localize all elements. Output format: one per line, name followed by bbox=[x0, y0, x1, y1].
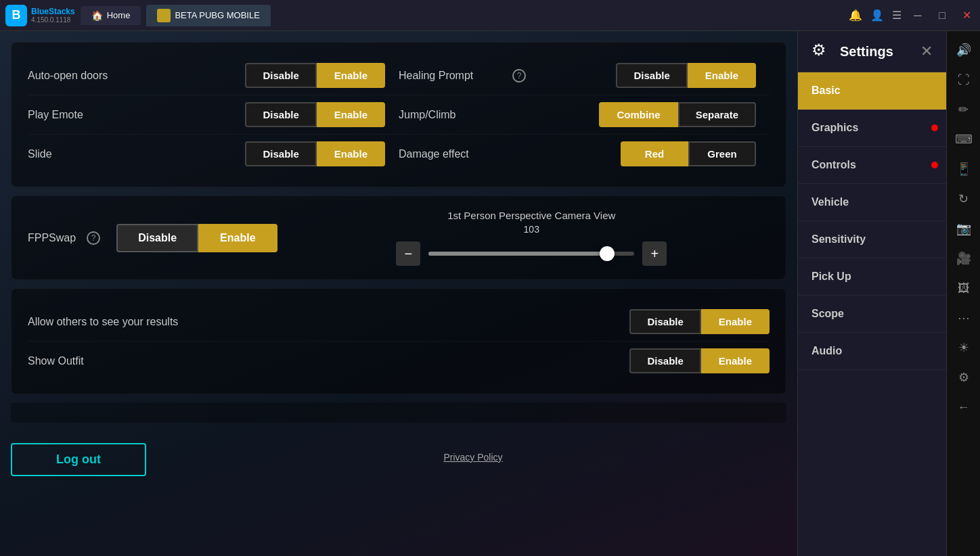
divider-bar bbox=[11, 402, 786, 423]
back-icon[interactable]: ← bbox=[950, 394, 977, 421]
fpp-buttons: Disable Enable bbox=[116, 224, 277, 252]
right-icon-panel: 🔊 ⛶ ✏ ⌨ 📱 ↻ 📷 🎥 🖼 ⋯ ☀ ⚙ ← bbox=[946, 31, 980, 556]
healing-prompt-buttons: Disable Enable bbox=[616, 63, 756, 88]
hamburger-icon[interactable]: ☰ bbox=[892, 9, 901, 22]
allow-others-row: Allow others to see your results Disable… bbox=[28, 302, 770, 342]
close-button[interactable]: ✕ bbox=[958, 7, 975, 24]
sidebar-item-sensitivity[interactable]: Sensitivity bbox=[798, 221, 946, 258]
settings-close-button[interactable]: ✕ bbox=[920, 43, 933, 60]
video-icon[interactable]: 🎥 bbox=[950, 245, 977, 272]
fpp-help-icon[interactable]: ? bbox=[87, 231, 100, 245]
settings-title: Settings bbox=[840, 44, 920, 60]
sidebar-item-basic[interactable]: Basic bbox=[798, 72, 946, 110]
sidebar-audio-label: Audio bbox=[811, 345, 842, 356]
row-left-slide: Slide Disable Enable bbox=[28, 141, 399, 166]
allow-others-enable-button[interactable]: Enable bbox=[701, 309, 770, 334]
image-icon[interactable]: 🖼 bbox=[950, 275, 977, 302]
main-area: Auto-open doors Disable Enable Healing P… bbox=[0, 31, 980, 556]
account-icon[interactable]: 👤 bbox=[870, 9, 884, 22]
fpp-label: FPPSwap bbox=[28, 232, 76, 244]
sidebar-item-pickup[interactable]: Pick Up bbox=[798, 258, 946, 296]
healing-help-icon[interactable]: ? bbox=[512, 69, 526, 83]
tab-home[interactable]: 🏠 Home bbox=[81, 6, 141, 25]
healing-prompt-label: Healing Prompt bbox=[399, 70, 507, 82]
sidebar-sensitivity-label: Sensitivity bbox=[811, 233, 866, 245]
slider-thumb[interactable] bbox=[600, 246, 615, 261]
play-emote-row: Play Emote Disable Enable Jump/Climb Com… bbox=[28, 95, 770, 135]
play-emote-enable-button[interactable]: Enable bbox=[317, 102, 385, 127]
phone-icon[interactable]: 📱 bbox=[950, 156, 977, 183]
basic-settings-card: Auto-open doors Disable Enable Healing P… bbox=[11, 42, 786, 187]
slider-decrease-button[interactable]: − bbox=[396, 241, 420, 266]
damage-red-button[interactable]: Red bbox=[621, 141, 688, 166]
minimize-button[interactable]: ─ bbox=[910, 7, 926, 24]
fpp-swap-card: FPPSwap ? Disable Enable 1st Person Pers… bbox=[11, 195, 786, 280]
show-outfit-enable-button[interactable]: Enable bbox=[701, 348, 770, 373]
tab-game-label: BETA PUBG MOBILE bbox=[175, 10, 259, 20]
game-icon bbox=[157, 9, 171, 22]
sidebar-controls-label: Controls bbox=[811, 159, 856, 170]
tab-game[interactable]: BETA PUBG MOBILE bbox=[146, 5, 270, 26]
show-outfit-row: Show Outfit Disable Enable bbox=[28, 342, 770, 380]
slide-enable-button[interactable]: Enable bbox=[317, 141, 385, 166]
sidebar-vehicle-label: Vehicle bbox=[811, 196, 849, 208]
slide-disable-button[interactable]: Disable bbox=[245, 141, 316, 166]
slider-increase-button[interactable]: + bbox=[642, 241, 667, 266]
sidebar-item-audio[interactable]: Audio bbox=[798, 333, 946, 370]
healing-enable-button[interactable]: Enable bbox=[688, 63, 756, 88]
permissions-card: Allow others to see your results Disable… bbox=[11, 288, 786, 394]
logout-button[interactable]: Log out bbox=[11, 443, 146, 476]
sidebar-item-vehicle[interactable]: Vehicle bbox=[798, 184, 946, 221]
volume-icon[interactable]: 🔊 bbox=[950, 37, 977, 64]
sidebar-nav: Basic Graphics Controls Vehicle Sensitiv… bbox=[798, 72, 946, 556]
jump-combine-button[interactable]: Combine bbox=[599, 102, 677, 127]
sidebar-basic-label: Basic bbox=[811, 85, 841, 96]
show-outfit-buttons: Disable Enable bbox=[629, 348, 770, 373]
play-emote-label: Play Emote bbox=[28, 109, 136, 121]
row-right-damage: Damage effect Red Green bbox=[399, 141, 770, 166]
healing-disable-button[interactable]: Disable bbox=[616, 63, 687, 88]
more-icon[interactable]: ⋯ bbox=[950, 304, 977, 331]
fpp-row: FPPSwap ? Disable Enable 1st Person Pers… bbox=[28, 210, 770, 266]
slider-track[interactable] bbox=[428, 252, 634, 256]
fullscreen-icon[interactable]: ⛶ bbox=[950, 66, 977, 93]
play-emote-disable-button[interactable]: Disable bbox=[245, 102, 316, 127]
logo-icon: B bbox=[5, 5, 27, 26]
fpp-disable-button[interactable]: Disable bbox=[116, 224, 198, 252]
jump-separate-button[interactable]: Separate bbox=[678, 102, 756, 127]
gear-icon[interactable]: ⚙ bbox=[950, 364, 977, 391]
sidebar-item-controls[interactable]: Controls bbox=[798, 147, 946, 184]
row-left-emote: Play Emote Disable Enable bbox=[28, 102, 399, 127]
settings-gear-icon: ⚙ bbox=[811, 41, 833, 62]
camera-icon[interactable]: 📷 bbox=[950, 215, 977, 242]
logo-name: BlueStacks bbox=[31, 7, 75, 16]
pencil-icon[interactable]: ✏ bbox=[950, 96, 977, 123]
privacy-link[interactable]: Privacy Policy bbox=[443, 452, 502, 463]
sidebar-pickup-label: Pick Up bbox=[811, 271, 851, 282]
auto-open-disable-button[interactable]: Disable bbox=[245, 63, 316, 88]
auto-open-doors-row: Auto-open doors Disable Enable Healing P… bbox=[28, 56, 770, 95]
keyboard-icon[interactable]: ⌨ bbox=[950, 126, 977, 153]
sidebar-graphics-label: Graphics bbox=[811, 122, 858, 133]
auto-open-enable-button[interactable]: Enable bbox=[317, 63, 385, 88]
controls-red-dot bbox=[931, 162, 938, 168]
allow-others-buttons: Disable Enable bbox=[629, 309, 770, 334]
sidebar-item-scope[interactable]: Scope bbox=[798, 296, 946, 333]
camera-title: 1st Person Perspective Camera View bbox=[447, 210, 615, 221]
rotate-icon[interactable]: ↻ bbox=[950, 185, 977, 212]
maximize-button[interactable]: □ bbox=[934, 7, 950, 24]
allow-others-label: Allow others to see your results bbox=[28, 316, 298, 328]
tab-home-label: Home bbox=[107, 10, 131, 20]
show-outfit-label: Show Outfit bbox=[28, 355, 298, 367]
damage-green-button[interactable]: Green bbox=[688, 141, 756, 166]
sidebar-scope-label: Scope bbox=[811, 308, 844, 319]
row-right-healing: Healing Prompt ? Disable Enable bbox=[399, 63, 770, 88]
brightness-icon[interactable]: ☀ bbox=[950, 334, 977, 361]
sidebar-item-graphics[interactable]: Graphics bbox=[798, 110, 946, 147]
show-outfit-disable-button[interactable]: Disable bbox=[629, 348, 700, 373]
fpp-right-section: 1st Person Perspective Camera View 103 −… bbox=[294, 210, 770, 266]
notifications-icon[interactable]: 🔔 bbox=[849, 9, 862, 22]
allow-others-disable-button[interactable]: Disable bbox=[629, 309, 700, 334]
fpp-enable-button[interactable]: Enable bbox=[198, 224, 277, 252]
jump-climb-buttons: Combine Separate bbox=[599, 102, 756, 127]
